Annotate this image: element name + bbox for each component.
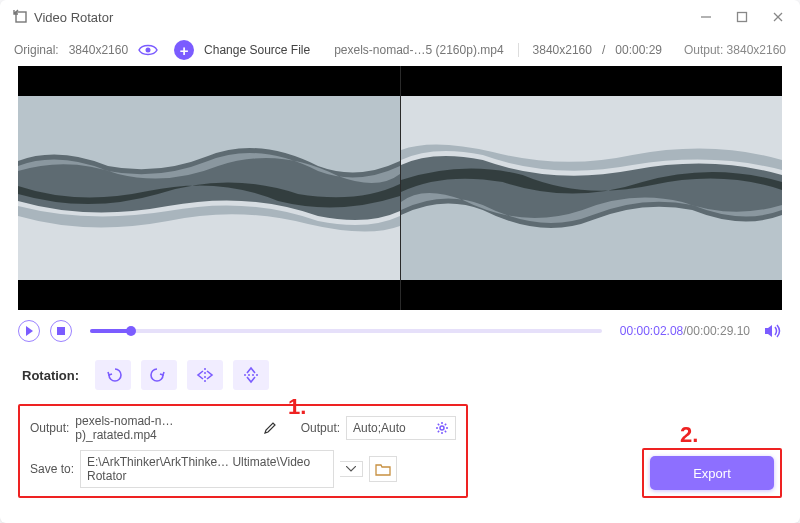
time-display: 00:00:02.08/00:00:29.10 [620, 324, 750, 338]
browse-folder-button[interactable] [369, 456, 397, 482]
seek-thumb[interactable] [126, 326, 136, 336]
output-settings-block: Output: pexels-nomad-n…p)_ratated.mp4 Ou… [18, 404, 468, 498]
output-filename: pexels-nomad-n…p)_ratated.mp4 [75, 414, 254, 442]
seek-bar[interactable] [90, 329, 602, 333]
save-to-path-field[interactable]: E:\ArkThinker\ArkThinke… Ultimate\Video … [80, 450, 334, 488]
close-button[interactable] [768, 7, 788, 27]
total-time: 00:00:29.10 [687, 324, 750, 338]
annotation-marker-1: 1. [288, 394, 306, 420]
output-format-label: Output: [301, 421, 340, 435]
original-resolution: 3840x2160 [69, 43, 128, 57]
preview-original [18, 66, 400, 310]
export-button[interactable]: Export [650, 456, 774, 490]
save-path-dropdown[interactable] [340, 461, 363, 477]
export-highlight: Export [642, 448, 782, 498]
flip-vertical-button[interactable] [233, 360, 269, 390]
output-resolution: 3840x2160 [727, 43, 786, 57]
add-source-button[interactable]: + [174, 40, 194, 60]
rotate-right-button[interactable] [141, 360, 177, 390]
output-file-label: Output: [30, 421, 69, 435]
playback-controls: 00:00:02.08/00:00:29.10 [0, 310, 800, 346]
rotate-left-button[interactable] [95, 360, 131, 390]
rotation-label: Rotation: [22, 368, 79, 383]
preview-rotated [400, 66, 782, 310]
svg-rect-2 [738, 13, 747, 22]
infobar: Original: 3840x2160 + Change Source File… [0, 34, 800, 66]
flip-horizontal-button[interactable] [187, 360, 223, 390]
preview-eye-icon[interactable] [138, 43, 158, 57]
svg-rect-10 [57, 327, 65, 335]
original-label: Original: [14, 43, 59, 57]
file-duration: 00:00:29 [615, 43, 662, 57]
annotation-marker-2: 2. [680, 422, 698, 448]
svg-point-13 [440, 426, 444, 430]
current-filename: pexels-nomad-…5 (2160p).mp4 [334, 43, 503, 57]
output-format-field[interactable]: Auto;Auto [346, 416, 456, 440]
stop-button[interactable] [50, 320, 72, 342]
rotation-row: Rotation: [0, 346, 800, 400]
app-icon [12, 8, 28, 27]
current-time: 00:00:02.08 [620, 324, 683, 338]
svg-point-5 [146, 48, 151, 53]
save-to-label: Save to: [30, 462, 74, 476]
change-source-label[interactable]: Change Source File [204, 43, 310, 57]
preview-area [18, 66, 782, 310]
edit-filename-icon[interactable] [263, 421, 277, 435]
volume-icon[interactable] [764, 323, 782, 339]
app-title: Video Rotator [34, 10, 113, 25]
minimize-button[interactable] [696, 7, 716, 27]
output-label: Output: [684, 43, 723, 57]
play-button[interactable] [18, 320, 40, 342]
gear-icon[interactable] [435, 421, 449, 435]
titlebar: Video Rotator [0, 0, 800, 34]
file-resolution: 3840x2160 [533, 43, 592, 57]
bottom-area: Output: pexels-nomad-n…p)_ratated.mp4 Ou… [0, 400, 800, 512]
maximize-button[interactable] [732, 7, 752, 27]
